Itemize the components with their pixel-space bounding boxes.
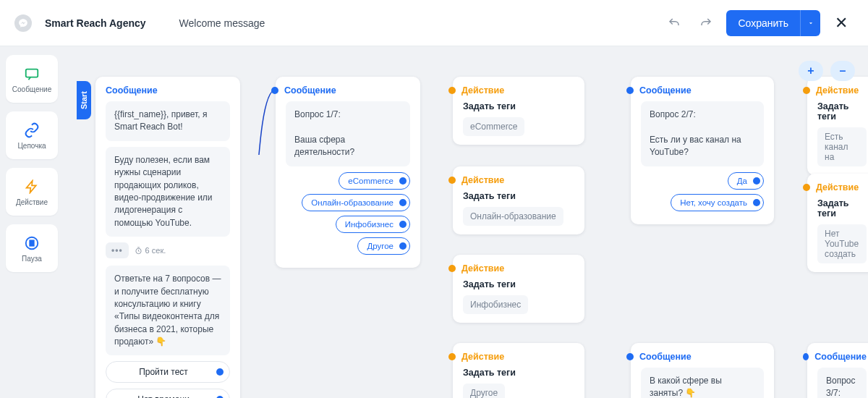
input-port[interactable] xyxy=(448,265,456,272)
input-port[interactable] xyxy=(626,353,634,360)
message-bubble: Вопрос 1/7: Ваша сфера деятельности? xyxy=(286,101,410,166)
option-button[interactable]: Нет, хочу создать xyxy=(671,194,764,211)
message-bubble: Ответьте на 7 вопросов — и получите бесп… xyxy=(106,266,230,355)
sidebar-item-action[interactable]: Действие xyxy=(6,168,58,216)
output-port[interactable] xyxy=(399,242,407,250)
message-bubble: Вопрос 3/7: xyxy=(817,368,867,398)
input-port[interactable] xyxy=(448,177,456,184)
output-port[interactable] xyxy=(216,368,224,376)
message-icon xyxy=(23,65,41,82)
message-bubble: Вопрос 2/7: Есть ли у вас канал на YouTu… xyxy=(641,101,764,166)
node-title: Сообщение xyxy=(814,352,867,362)
save-button-group: Сохранить xyxy=(726,10,820,36)
undo-button[interactable] xyxy=(663,12,686,35)
input-port[interactable] xyxy=(448,353,456,360)
sidebar-item-chain[interactable]: Цепочка xyxy=(6,111,58,159)
action-subtitle: Задать теги xyxy=(463,279,574,289)
tag-value: Инфобизнес xyxy=(463,295,528,314)
reply-button[interactable]: Нет времени xyxy=(106,389,230,398)
node-message-sphere[interactable]: Сообщение В какой сфере вы заняты? 👇 xyxy=(631,343,774,398)
input-port[interactable] xyxy=(448,87,456,94)
zoom-out-button[interactable]: – xyxy=(830,61,855,81)
close-button[interactable]: ✕ xyxy=(829,11,854,35)
svg-rect-0 xyxy=(26,69,38,77)
action-subtitle: Задать теги xyxy=(817,101,867,122)
input-port[interactable] xyxy=(803,353,809,360)
option-button[interactable]: Другое xyxy=(357,237,410,255)
node-title: Действие xyxy=(461,85,504,96)
input-port[interactable] xyxy=(626,87,634,94)
output-port[interactable] xyxy=(753,199,760,206)
action-subtitle: Задать теги xyxy=(463,368,574,378)
tag-value: Нет YouTube создать xyxy=(817,224,867,263)
node-title: Действие xyxy=(461,263,504,274)
node-title: Сообщение xyxy=(639,85,692,96)
option-button[interactable]: eCommerce xyxy=(339,172,410,190)
node-action-tag[interactable]: Действие Задать теги Инфобизнес xyxy=(453,255,584,323)
message-bubble: В какой сфере вы заняты? 👇 xyxy=(641,368,764,398)
node-message-q2[interactable]: Сообщение Вопрос 2/7: Есть ли у вас кана… xyxy=(631,77,774,224)
output-port[interactable] xyxy=(399,199,407,206)
node-title: Действие xyxy=(461,352,504,362)
message-bubble: {{first_name}}, привет, я Smart Reach Bo… xyxy=(106,101,230,141)
topbar: Smart Reach Agency Welcome message Сохра… xyxy=(0,0,868,46)
pause-icon xyxy=(23,234,41,252)
tag-value: Есть канал на xyxy=(817,127,867,166)
delay-label: 6 сек. xyxy=(135,246,166,255)
action-subtitle: Задать теги xyxy=(817,198,867,219)
node-action-tag[interactable]: Действие Задать теги Другое xyxy=(453,343,584,398)
node-action-tag[interactable]: Действие Задать теги Есть канал на xyxy=(807,77,868,175)
node-message-q1[interactable]: Сообщение Вопрос 1/7: Ваша сфера деятель… xyxy=(276,77,420,268)
zoom-controls: + – xyxy=(799,61,855,81)
input-port[interactable] xyxy=(803,184,810,191)
sidebar-item-message[interactable]: Сообщение xyxy=(6,55,58,103)
option-button[interactable]: Да xyxy=(728,172,764,190)
sidebar-item-label: Пауза xyxy=(22,255,42,263)
zoom-in-button[interactable]: + xyxy=(799,61,823,81)
output-port[interactable] xyxy=(753,177,760,185)
canvas[interactable]: + – xyxy=(64,46,868,398)
node-title: Действие xyxy=(816,182,859,192)
redo-button[interactable] xyxy=(694,12,718,35)
node-title: Сообщение xyxy=(639,352,692,362)
input-port[interactable] xyxy=(803,87,810,94)
output-port[interactable] xyxy=(399,177,407,185)
reply-button[interactable]: Пройти тест xyxy=(106,361,230,383)
node-title: Действие xyxy=(461,175,504,185)
message-bubble: Буду полезен, если вам нужны сценарии пр… xyxy=(106,147,230,237)
node-title: Сообщение xyxy=(284,85,336,96)
flow-name[interactable]: Welcome message xyxy=(179,17,265,29)
action-subtitle: Задать теги xyxy=(463,101,574,111)
tag-value: Онлайн-образование xyxy=(463,207,563,226)
start-flag: Start xyxy=(77,81,91,119)
node-action-tag[interactable]: Действие Задать теги Нет YouTube создать xyxy=(807,174,868,272)
node-action-tag[interactable]: Действие Задать теги eCommerce xyxy=(453,77,584,145)
sidebar-item-label: Действие xyxy=(16,198,48,206)
sidebar-item-label: Цепочка xyxy=(17,142,46,150)
tag-value: eCommerce xyxy=(463,117,524,136)
option-button[interactable]: Онлайн-образование xyxy=(302,194,410,211)
svg-rect-3 xyxy=(33,240,34,245)
node-title: Действие xyxy=(816,85,859,96)
ellipsis-icon[interactable]: ••• xyxy=(106,242,129,258)
svg-rect-2 xyxy=(30,240,31,245)
output-port[interactable] xyxy=(399,221,407,228)
link-icon xyxy=(23,122,41,139)
messenger-icon xyxy=(14,14,32,32)
action-subtitle: Задать теги xyxy=(463,191,574,201)
agency-name: Smart Reach Agency xyxy=(45,17,146,29)
option-button[interactable]: Инфобизнес xyxy=(336,216,410,233)
node-message-start[interactable]: Сообщение {{first_name}}, привет, я Smar… xyxy=(95,77,240,398)
save-button[interactable]: Сохранить xyxy=(726,17,800,29)
node-title: Сообщение xyxy=(106,85,158,96)
node-message-q3[interactable]: Сообщение Вопрос 3/7: xyxy=(807,343,868,398)
sidebar-item-pause[interactable]: Пауза xyxy=(6,224,58,272)
input-port[interactable] xyxy=(271,87,278,94)
node-action-tag[interactable]: Действие Задать теги Онлайн-образование xyxy=(453,166,584,234)
sidebar-item-label: Сообщение xyxy=(12,85,51,93)
sidebar: Сообщение Цепочка Действие Пауза xyxy=(0,46,64,398)
bolt-icon xyxy=(23,178,41,195)
tag-value: Другое xyxy=(463,384,505,398)
save-dropdown[interactable] xyxy=(800,10,820,36)
